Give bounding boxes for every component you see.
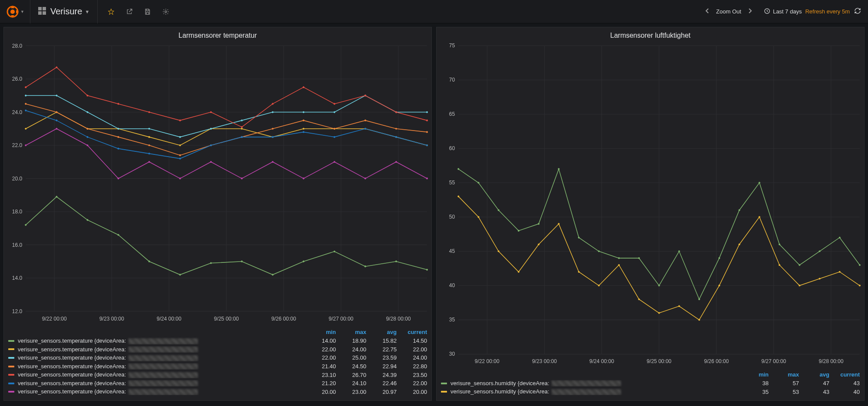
time-range-picker[interactable]: Last 7 days xyxy=(773,8,802,15)
svg-point-130 xyxy=(210,161,212,163)
legend-row[interactable]: verisure_sensors.temperature {deviceArea… xyxy=(8,337,427,345)
svg-point-101 xyxy=(179,120,181,121)
svg-point-86 xyxy=(148,144,150,146)
svg-point-83 xyxy=(56,111,57,113)
panel-temperature: Larmsensorer temperatur 12.014.016.018.0… xyxy=(3,27,432,401)
svg-point-204 xyxy=(678,305,680,307)
svg-point-128 xyxy=(148,161,150,163)
svg-text:70: 70 xyxy=(449,77,455,83)
svg-point-103 xyxy=(241,126,243,128)
grafana-logo[interactable]: ▼ xyxy=(0,0,30,23)
svg-point-90 xyxy=(272,128,273,130)
svg-point-108 xyxy=(395,111,397,113)
svg-point-124 xyxy=(25,144,26,146)
svg-point-117 xyxy=(241,136,243,138)
svg-point-87 xyxy=(179,154,181,156)
svg-point-49 xyxy=(302,261,304,262)
legend-swatch xyxy=(8,366,14,367)
legend-row[interactable]: verisure_sensors.temperature {deviceArea… xyxy=(8,387,427,396)
legend-col-avg[interactable]: avg xyxy=(799,371,829,378)
svg-point-126 xyxy=(87,144,89,146)
legend-val-current: 14.50 xyxy=(397,337,427,344)
refresh-button[interactable] xyxy=(854,7,861,16)
legend-humidity: min max avg current verisure_sensors.hum… xyxy=(437,367,864,400)
svg-point-105 xyxy=(302,86,304,88)
legend-row[interactable]: verisure_sensors.temperature {deviceArea… xyxy=(8,354,427,362)
svg-point-174 xyxy=(498,209,500,211)
svg-point-173 xyxy=(477,182,479,183)
legend-val-avg: 22.75 xyxy=(366,346,397,353)
chart-temperature[interactable]: 12.014.016.018.020.022.024.026.028.09/22… xyxy=(4,41,431,325)
svg-point-208 xyxy=(759,216,760,218)
legend-row[interactable]: verisure_sensors.humidity {deviceArea: 3… xyxy=(441,379,860,388)
svg-text:14.0: 14.0 xyxy=(12,275,23,281)
legend-swatch xyxy=(8,391,14,393)
share-button[interactable] xyxy=(120,0,138,23)
legend-col-current[interactable]: current xyxy=(829,371,860,378)
legend-col-avg[interactable]: avg xyxy=(366,329,397,335)
svg-text:28.0: 28.0 xyxy=(12,43,23,49)
svg-point-123 xyxy=(426,144,428,146)
svg-point-75 xyxy=(241,120,243,121)
svg-point-63 xyxy=(302,128,304,130)
svg-point-69 xyxy=(56,95,57,96)
time-forward-button[interactable] xyxy=(744,7,756,16)
svg-point-95 xyxy=(426,131,428,133)
svg-point-136 xyxy=(395,161,397,163)
svg-rect-4 xyxy=(38,11,42,15)
svg-point-1 xyxy=(10,10,15,14)
svg-point-94 xyxy=(395,128,397,130)
legend-series-name: verisure_sensors.temperature {deviceArea… xyxy=(18,354,306,361)
save-button[interactable] xyxy=(138,0,157,23)
svg-point-59 xyxy=(179,144,181,146)
svg-text:45: 45 xyxy=(449,248,455,254)
svg-point-125 xyxy=(56,128,57,130)
legend-row[interactable]: verisure_sensors.temperature {deviceArea… xyxy=(8,345,427,354)
legend-val-min: 23.10 xyxy=(306,372,336,378)
legend-val-max: 23.00 xyxy=(336,389,366,395)
legend-row[interactable]: verisure_sensors.humidity {deviceArea: 3… xyxy=(441,387,860,396)
svg-point-48 xyxy=(272,274,273,275)
legend-val-min: 38 xyxy=(738,380,769,386)
legend-val-min: 20.00 xyxy=(306,389,336,395)
svg-text:9/23 00:00: 9/23 00:00 xyxy=(99,315,124,321)
svg-point-116 xyxy=(210,144,212,146)
legend-row[interactable]: verisure_sensors.temperature {deviceArea… xyxy=(8,379,427,388)
svg-point-98 xyxy=(87,95,89,96)
svg-text:40: 40 xyxy=(449,282,455,288)
svg-text:60: 60 xyxy=(449,145,455,151)
svg-point-50 xyxy=(334,251,335,252)
svg-point-100 xyxy=(148,111,150,113)
time-back-button[interactable] xyxy=(701,7,713,16)
svg-point-106 xyxy=(334,103,335,105)
chart-humidity[interactable]: 303540455055606570759/22 00:009/23 00:00… xyxy=(437,41,864,367)
svg-point-199 xyxy=(578,271,580,273)
legend-col-min[interactable]: min xyxy=(306,329,336,335)
svg-point-115 xyxy=(179,157,181,159)
svg-text:50: 50 xyxy=(449,214,455,220)
refresh-interval-picker[interactable]: Refresh every 5m xyxy=(805,8,850,15)
legend-row[interactable]: verisure_sensors.temperature {deviceArea… xyxy=(8,362,427,371)
dashboard-title-selector[interactable]: Verisure ▼ xyxy=(30,0,98,23)
legend-col-min[interactable]: min xyxy=(738,371,769,378)
legend-col-max[interactable]: max xyxy=(769,371,799,378)
zoom-out-button[interactable]: Zoom Out xyxy=(713,8,744,15)
svg-text:55: 55 xyxy=(449,180,455,186)
svg-point-84 xyxy=(87,128,89,130)
legend-row[interactable]: verisure_sensors.temperature {deviceArea… xyxy=(8,370,427,379)
svg-point-71 xyxy=(118,128,119,130)
svg-point-207 xyxy=(739,243,740,245)
star-button[interactable] xyxy=(102,0,120,23)
legend-swatch xyxy=(8,340,14,342)
svg-point-180 xyxy=(618,257,620,259)
settings-button[interactable] xyxy=(157,0,175,23)
svg-point-183 xyxy=(678,250,680,252)
legend-col-current[interactable]: current xyxy=(397,329,427,335)
legend-col-max[interactable]: max xyxy=(336,329,366,335)
svg-point-197 xyxy=(538,243,539,245)
svg-text:9/26 00:00: 9/26 00:00 xyxy=(271,315,296,321)
svg-point-42 xyxy=(87,219,89,221)
legend-swatch xyxy=(8,383,14,384)
svg-point-211 xyxy=(819,278,820,280)
svg-text:18.0: 18.0 xyxy=(12,209,23,215)
